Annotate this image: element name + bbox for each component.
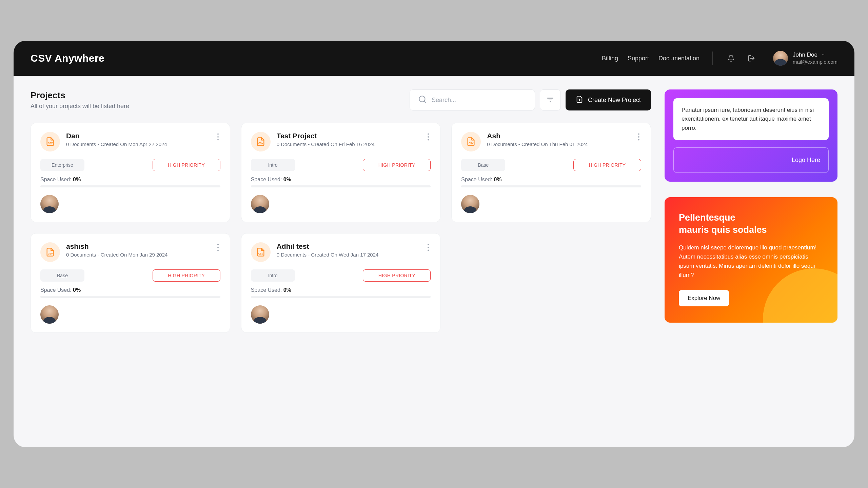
space-used-value: 0% (283, 177, 291, 182)
page-actions: Create New Project (410, 89, 651, 110)
card-titles: ashish 0 Documents - Created On Mon Jan … (66, 242, 210, 258)
card-tags: Enterprise HIGH PRIORITY (40, 159, 220, 171)
svg-point-14 (428, 136, 429, 138)
card-menu-button[interactable] (636, 132, 641, 142)
avatar (773, 51, 788, 66)
page-header: Projects All of your projects will be li… (31, 89, 651, 110)
project-card[interactable]: CSV Test Project 0 Documents - Created O… (241, 123, 441, 222)
member-avatars (251, 305, 431, 324)
project-meta: 0 Documents - Created On Fri Feb 16 2024 (277, 141, 420, 147)
promo-heading: Pellentesque mauris quis sodales (679, 211, 823, 236)
card-titles: Test Project 0 Documents - Created On Fr… (277, 132, 420, 147)
svg-point-11 (217, 139, 219, 141)
card-menu-button[interactable] (216, 132, 220, 142)
member-avatars (251, 195, 431, 213)
logout-icon[interactable] (746, 53, 757, 64)
app-window: CSV Anywhere Billing Support Documentati… (14, 41, 854, 447)
promo-card-orange: Pellentesque mauris quis sodales Quidem … (665, 197, 837, 323)
project-meta: 0 Documents - Created On Mon Apr 22 2024 (66, 141, 210, 147)
nav-billing[interactable]: Billing (602, 55, 618, 62)
space-used-row: Space Used: 0% (251, 287, 431, 293)
svg-point-23 (217, 250, 219, 251)
explore-now-button[interactable]: Explore Now (679, 290, 729, 306)
svg-point-21 (217, 244, 219, 245)
side-panel: Pariatur ipsum iure, laboriosam deserunt… (665, 89, 837, 430)
filter-button[interactable] (540, 89, 561, 110)
priority-badge: HIGH PRIORITY (153, 159, 220, 171)
svg-text:CSV: CSV (258, 142, 263, 144)
avatar (251, 195, 269, 213)
project-name: Test Project (277, 132, 420, 140)
plan-badge: Base (461, 159, 505, 171)
search-input[interactable] (432, 97, 527, 104)
nav-divider (712, 52, 713, 65)
priority-badge: HIGH PRIORITY (363, 159, 431, 171)
promo-body: Quidem nisi saepe doloremque illo quod p… (679, 243, 823, 280)
card-titles: Ash 0 Documents - Created On Thu Feb 01 … (487, 132, 630, 147)
card-titles: Adhil test 0 Documents - Created On Wed … (277, 242, 420, 258)
space-used-value: 0% (73, 287, 81, 293)
project-name: ashish (66, 242, 210, 250)
space-used-row: Space Used: 0% (251, 177, 431, 183)
svg-point-25 (428, 244, 429, 245)
project-card[interactable]: CSV Adhil test 0 Documents - Created On … (241, 233, 441, 333)
svg-line-2 (424, 101, 426, 103)
card-menu-button[interactable] (426, 242, 431, 252)
project-card[interactable]: CSV Ash 0 Documents - Created On Thu Feb… (451, 123, 651, 222)
avatar (40, 305, 59, 324)
search-icon (418, 95, 427, 105)
space-used-value: 0% (73, 177, 81, 182)
card-menu-button[interactable] (216, 242, 220, 252)
card-titles: Dan 0 Documents - Created On Mon Apr 22 … (66, 132, 210, 147)
space-used-row: Space Used: 0% (40, 177, 220, 183)
card-header: CSV ashish 0 Documents - Created On Mon … (40, 242, 220, 262)
card-tags: Base HIGH PRIORITY (461, 159, 641, 171)
page-titles: Projects All of your projects will be li… (31, 90, 129, 110)
svg-point-19 (638, 139, 639, 141)
space-used-row: Space Used: 0% (40, 287, 220, 293)
card-menu-button[interactable] (426, 132, 431, 142)
card-tags: Intro HIGH PRIORITY (251, 269, 431, 282)
svg-point-15 (428, 139, 429, 141)
plan-badge: Intro (251, 269, 295, 282)
priority-badge: HIGH PRIORITY (153, 269, 220, 282)
header: CSV Anywhere Billing Support Documentati… (14, 41, 854, 76)
promo-text: Pariatur ipsum iure, laboriosam deserunt… (673, 98, 829, 140)
svg-point-17 (638, 133, 639, 135)
user-email: mail@example.com (793, 59, 837, 65)
promo-logo-box: Logo Here (673, 147, 829, 173)
project-card[interactable]: CSV Dan 0 Documents - Created On Mon Apr… (31, 123, 230, 222)
svg-point-13 (428, 133, 429, 135)
bell-icon[interactable] (726, 53, 736, 64)
project-card[interactable]: CSV ashish 0 Documents - Created On Mon … (31, 233, 230, 333)
page-subtitle: All of your projects will be listed here (31, 103, 129, 110)
brand: CSV Anywhere (31, 53, 104, 64)
svg-point-27 (428, 250, 429, 251)
plan-badge: Intro (251, 159, 295, 171)
card-header: CSV Adhil test 0 Documents - Created On … (251, 242, 431, 262)
progress-bar (251, 296, 431, 298)
project-meta: 0 Documents - Created On Mon Jan 29 2024 (66, 252, 210, 258)
content-area: Projects All of your projects will be li… (31, 89, 651, 430)
nav-support[interactable]: Support (628, 55, 649, 62)
page-title: Projects (31, 90, 129, 101)
search-box[interactable] (410, 89, 535, 110)
svg-text:CSV: CSV (469, 142, 474, 144)
card-tags: Intro HIGH PRIORITY (251, 159, 431, 171)
avatar (40, 195, 59, 213)
member-avatars (40, 305, 220, 324)
space-used-value: 0% (494, 177, 501, 182)
create-project-button[interactable]: Create New Project (566, 89, 651, 110)
chevron-down-icon (821, 52, 825, 58)
nav: Billing Support Documentation John Doe (602, 51, 837, 66)
csv-icon: CSV (40, 242, 60, 262)
priority-badge: HIGH PRIORITY (363, 269, 431, 282)
project-name: Adhil test (277, 242, 420, 250)
nav-documentation[interactable]: Documentation (658, 55, 699, 62)
main: Projects All of your projects will be li… (14, 76, 854, 447)
user-info: John Doe mail@example.com (793, 51, 837, 65)
project-name: Dan (66, 132, 210, 140)
svg-point-22 (217, 247, 219, 248)
user-menu[interactable]: John Doe mail@example.com (773, 51, 837, 66)
priority-badge: HIGH PRIORITY (573, 159, 641, 171)
